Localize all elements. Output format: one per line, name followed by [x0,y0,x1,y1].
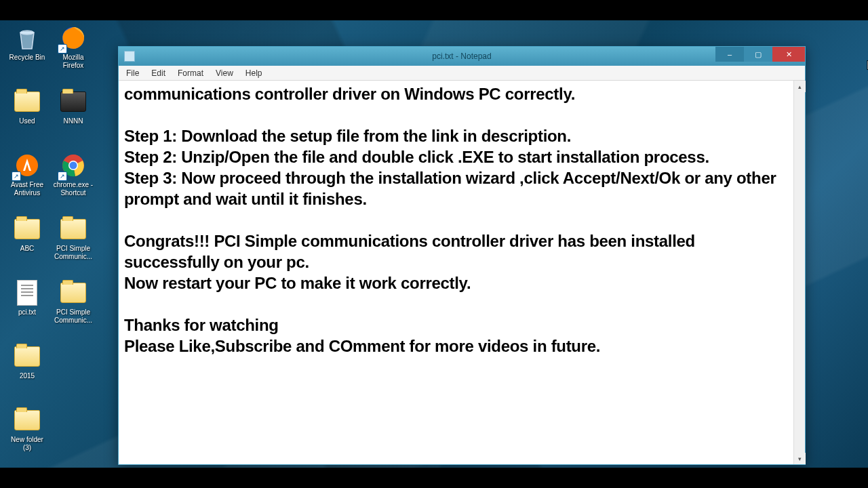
pci-folder-1-icon [59,215,87,243]
desktop-icon-label: PCI Simple Communic... [53,308,94,325]
close-button[interactable]: ✕ [772,47,805,62]
firefox-icon: ↗ [59,24,87,52]
desktop-icon-new-folder-3[interactable]: New folder (3) [5,405,49,460]
desktop-icon-label: Mozilla Firefox [53,54,94,70]
desktop-icon-label: New folder (3) [7,436,47,452]
menu-format[interactable]: Format [172,67,210,79]
minimize-button[interactable]: – [715,47,744,62]
pci-txt-icon [13,279,41,307]
desktop-icon-2015-folder[interactable]: 2015 [5,341,49,396]
scroll-down-icon[interactable]: ▾ [794,453,806,464]
desktop-icon-label: PCI Simple Communic... [53,245,94,261]
letterbox-top [0,0,868,20]
notepad-text-area[interactable]: communications controller driver on Wind… [119,81,793,464]
menu-view[interactable]: View [210,67,239,79]
desktop-icon-firefox[interactable]: ↗Mozilla Firefox [52,22,95,78]
desktop-icons-grid: Recycle Bin↗Mozilla FirefoxUsedNNNN↗Avas… [5,22,95,460]
desktop-icon-abc-folder[interactable]: ABC [5,214,49,269]
desktop-icon-label: chrome.exe - Shortcut [53,181,94,197]
desktop-background[interactable]: Recycle Bin↗Mozilla FirefoxUsedNNNN↗Avas… [0,20,868,468]
editor-wrap: communications controller driver on Wind… [119,81,805,464]
desktop-icon-nnnn-folder[interactable]: NNNN [52,86,95,142]
desktop-icon-chrome[interactable]: ↗chrome.exe - Shortcut [52,150,95,205]
chrome-icon: ↗ [59,151,87,180]
desktop-icon-label: Used [19,117,35,125]
pci-folder-2-icon [59,279,87,307]
desktop-icon-label: ABC [20,245,35,253]
desktop-icon-label: NNNN [64,117,83,125]
desktop-icon-label: 2015 [20,372,35,380]
avast-icon: ↗ [13,151,41,180]
desktop-icon-avast[interactable]: ↗Avast Free Antivirus [5,150,49,205]
scroll-up-icon[interactable]: ▴ [794,81,806,92]
abc-folder-icon [13,215,41,243]
notepad-titlebar[interactable]: pci.txt - Notepad – ▢ ✕ [119,47,805,66]
desktop-icon-pci-folder-1[interactable]: PCI Simple Communic... [52,214,95,269]
used-folder-icon [13,87,41,116]
svg-point-0 [20,30,34,35]
menu-help[interactable]: Help [239,67,269,79]
desktop-icon-label: Avast Free Antivirus [7,181,47,197]
new-folder-3-icon [13,406,41,434]
desktop-icon-used-folder[interactable]: Used [5,86,49,142]
2015-folder-icon [13,342,41,371]
window-controls: – ▢ ✕ [715,47,805,62]
svg-point-5 [70,162,77,169]
recycle-bin-icon [13,24,41,52]
notepad-title: pci.txt - Notepad [432,52,491,61]
notepad-menubar: FileEditFormatViewHelp [119,66,805,81]
desktop-icon-pci-folder-2[interactable]: PCI Simple Communic... [52,277,95,333]
nnnn-folder-icon [59,87,87,116]
notepad-window: pci.txt - Notepad – ▢ ✕ FileEditFormatVi… [118,46,806,465]
menu-edit[interactable]: Edit [145,67,172,79]
desktop-icon-pci-txt[interactable]: pci.txt [5,277,49,333]
maximize-button[interactable]: ▢ [744,47,772,62]
desktop-icon-recycle-bin[interactable]: Recycle Bin [5,22,49,78]
notepad-app-icon [124,51,135,62]
desktop-icon-label: Recycle Bin [9,54,45,62]
letterbox-bottom [0,468,868,488]
vertical-scrollbar[interactable]: ▴ ▾ [793,81,805,464]
desktop-icon-label: pci.txt [18,308,36,317]
menu-file[interactable]: File [120,67,145,79]
